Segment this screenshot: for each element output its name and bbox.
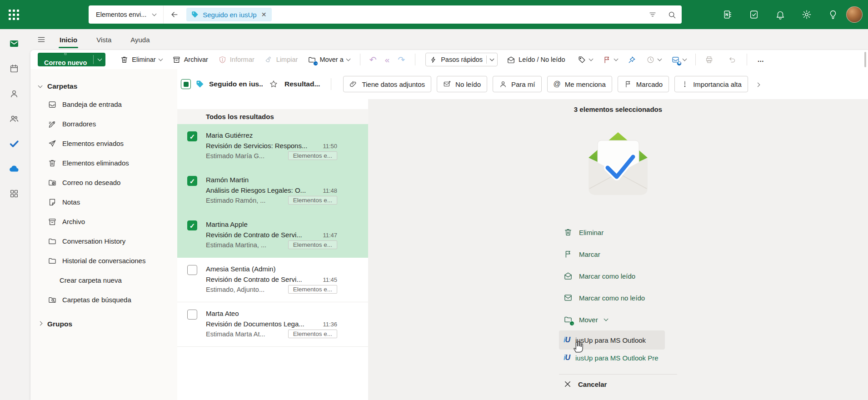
- sidebar-item-archive[interactable]: Archivo: [30, 212, 177, 231]
- message-subject: Revisión de Contrato de Servi...: [206, 275, 318, 283]
- tab-ayuda[interactable]: Ayuda: [126, 33, 154, 46]
- filter-high-importance[interactable]: Importancia alta: [674, 76, 748, 92]
- search-folder-icon: [48, 295, 57, 305]
- results-tab[interactable]: Resultad...: [284, 80, 320, 88]
- filter-button[interactable]: [643, 10, 662, 19]
- chevron-down-icon: [490, 57, 494, 61]
- move-to-button[interactable]: → Mover a: [304, 53, 353, 66]
- message-subject: Revisión de Documentos Lega...: [206, 320, 318, 328]
- message-list-item[interactable]: ✓ Amesia Sentia (Admin) Revisión de Cont…: [177, 258, 368, 302]
- sidebar-item-junk[interactable]: Correo no deseado: [30, 173, 177, 192]
- tab-vista[interactable]: Vista: [92, 33, 116, 46]
- report-button: Informar: [215, 53, 258, 66]
- groups-section-toggle[interactable]: Grupos: [30, 316, 177, 332]
- action-move[interactable]: → Mover: [564, 309, 868, 330]
- filter-unread[interactable]: No leído: [437, 76, 487, 92]
- envelope-open-icon: [564, 271, 573, 280]
- rail-groups-button[interactable]: [5, 110, 23, 128]
- categorize-button[interactable]: [574, 53, 596, 66]
- sidebar-item-inbox[interactable]: Bandeja de entrada: [30, 95, 177, 114]
- check-icon: ✓: [190, 178, 195, 185]
- more-filters-button[interactable]: [753, 78, 762, 90]
- search-filter-pill[interactable]: Seguido en iusUp ✕: [186, 8, 272, 21]
- archive-button[interactable]: Archivar: [169, 53, 212, 66]
- avatar[interactable]: [846, 6, 863, 23]
- back-button[interactable]: [164, 10, 185, 19]
- action-flag[interactable]: Marcar: [564, 243, 868, 265]
- message-sender: Marta Ateo: [206, 310, 337, 317]
- message-checkbox[interactable]: ✓: [187, 220, 197, 230]
- sidebar-item-historial[interactable]: Historial de conversaciones: [30, 251, 177, 270]
- rail-people-button[interactable]: [5, 85, 23, 103]
- sidebar-item-conversation-history[interactable]: Conversation History: [30, 231, 177, 251]
- delete-button[interactable]: Eliminar: [116, 53, 165, 66]
- onenote-button[interactable]: [723, 10, 733, 20]
- action-mark-unread[interactable]: Marcar como no leído: [564, 287, 868, 309]
- message-time: 11:48: [323, 187, 337, 194]
- filter-attachments[interactable]: Tiene datos adjuntos: [343, 76, 431, 92]
- folder-title[interactable]: Seguido en ius...: [209, 80, 263, 88]
- tab-inicio[interactable]: Inicio: [55, 33, 82, 46]
- drafts-pencil-icon: [48, 120, 57, 129]
- pin-button[interactable]: [624, 53, 640, 66]
- quick-steps-button[interactable]: Pasos rápidos: [425, 53, 498, 66]
- addin-iusup-outlook[interactable]: iU iusUp para MS Outlook: [559, 330, 665, 350]
- nav-pane-toggle[interactable]: [28, 35, 55, 44]
- flag-icon: [564, 250, 573, 259]
- more-options-button[interactable]: …: [753, 54, 768, 65]
- sidebar-item-search-folders[interactable]: Carpetas de búsqueda: [30, 290, 177, 310]
- flag-button[interactable]: [599, 53, 621, 66]
- select-all-checkbox[interactable]: [181, 79, 191, 89]
- message-preview: Estimada Marta At...: [206, 330, 284, 338]
- folder-icon: [48, 237, 57, 246]
- settings-button[interactable]: [802, 10, 812, 20]
- notifications-button[interactable]: [775, 10, 785, 20]
- rail-calendar-button[interactable]: [5, 60, 23, 78]
- message-checkbox[interactable]: ✓: [187, 176, 197, 186]
- filter-flagged[interactable]: Marcado: [618, 76, 669, 92]
- sidebar-item-drafts[interactable]: Borradores: [30, 114, 177, 134]
- filter-mentions[interactable]: @ Me menciona: [547, 76, 612, 92]
- action-mark-read[interactable]: Marcar como leído: [564, 265, 868, 287]
- addin-iusup-outlook-pre[interactable]: iU iusUp para MS Outlook Pre: [559, 350, 665, 366]
- todo-button[interactable]: [749, 10, 759, 20]
- search-scope-dropdown[interactable]: Elementos envi...: [89, 5, 164, 24]
- message-list-item[interactable]: ✓ Marta Ateo Revisión de Documentos Lega…: [177, 302, 368, 347]
- rail-apps-button[interactable]: [5, 185, 23, 203]
- folders-section-toggle[interactable]: Carpetas: [30, 78, 177, 95]
- ribbon-toolbar: Correo nuevo Eliminar Archivar Informar …: [30, 50, 868, 69]
- rail-iusup-button[interactable]: [5, 135, 23, 153]
- rules-button[interactable]: ✱: [668, 53, 690, 66]
- message-folder-badge: Elementos e...: [288, 196, 337, 205]
- favorite-star-icon[interactable]: [269, 80, 278, 89]
- close-icon[interactable]: ✕: [260, 11, 268, 18]
- search-scope-label: Elementos envi...: [96, 11, 146, 18]
- tips-button[interactable]: [828, 10, 838, 20]
- sidebar-item-sent[interactable]: Elementos enviados: [30, 134, 177, 153]
- sidebar-item-deleted[interactable]: Elementos eliminados: [30, 153, 177, 173]
- filter-to-me[interactable]: Para mí: [493, 76, 542, 92]
- message-checkbox[interactable]: ✓: [187, 131, 197, 141]
- message-checkbox[interactable]: ✓: [187, 265, 197, 275]
- action-delete[interactable]: Eliminar: [564, 221, 868, 243]
- rail-onedrive-button[interactable]: [5, 160, 23, 178]
- scrollbar-thumb[interactable]: [864, 52, 866, 67]
- search-button[interactable]: [662, 10, 682, 19]
- new-mail-button[interactable]: Correo nuevo: [38, 53, 105, 66]
- sidebar-item-create-folder[interactable]: Crear carpeta nueva: [30, 270, 177, 290]
- sidebar-item-notes[interactable]: Notas: [30, 192, 177, 212]
- rail-mail-button[interactable]: [5, 35, 23, 53]
- cancel-button[interactable]: Cancelar: [564, 380, 868, 388]
- envelope-icon: [564, 293, 573, 302]
- list-section-header: Todos los resultados: [177, 109, 368, 124]
- app-launcher-button[interactable]: [0, 0, 28, 29]
- message-time: 11:45: [323, 276, 337, 283]
- message-list-item[interactable]: ✓ Ramón Martin Análisis de Riesgos Legal…: [177, 169, 368, 213]
- read-unread-button[interactable]: Leído / No leído: [503, 53, 569, 66]
- check-icon: ✓: [190, 133, 195, 140]
- message-checkbox[interactable]: ✓: [187, 310, 197, 320]
- message-list-item[interactable]: ✓ Maria Gutiérrez Revisión de Servicios:…: [177, 124, 368, 169]
- message-list-item[interactable]: ✓ Martina Apple Revisión de Contrato de …: [177, 213, 368, 258]
- new-mail-dropdown[interactable]: [94, 53, 105, 66]
- chevron-down-icon: [152, 12, 157, 16]
